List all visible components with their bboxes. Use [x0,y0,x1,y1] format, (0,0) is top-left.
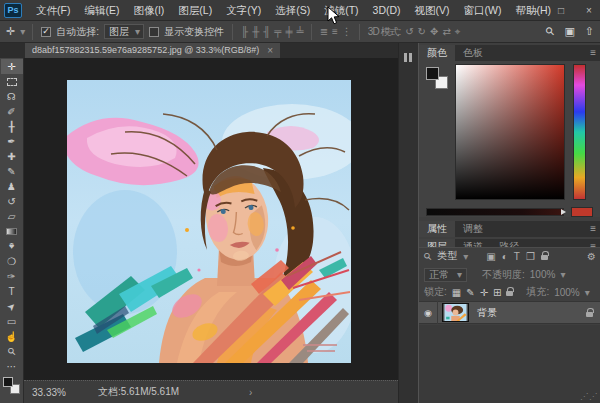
maximize-button[interactable]: □ [554,5,568,16]
saturation-brightness-field[interactable] [455,64,565,200]
3d-scale-icon[interactable]: ⌖ [455,26,460,38]
lock-all-icon[interactable] [506,291,513,296]
close-button[interactable]: × [582,5,596,16]
panel-color-swatches[interactable] [426,67,448,89]
align-left-edges-icon[interactable]: ╟ [241,26,247,37]
menu-file[interactable]: 文件(F) [29,0,77,21]
menu-bar: Ps 文件(F) 编辑(E) 图像(I) 图层(L) 文字(Y) 选择(S) 滤… [0,0,600,21]
panel-menu-icon[interactable]: ≡ [590,45,596,61]
menu-select[interactable]: 选择(S) [268,0,317,21]
align-bottom-edges-icon[interactable]: ╧ [297,26,303,37]
distribute-horizontal-icon[interactable]: ⋮ [342,26,351,37]
app-logo-icon[interactable]: Ps [4,3,22,18]
tool-more[interactable]: ⋯ [1,359,23,374]
status-options-chevron-icon[interactable]: › [249,387,252,398]
menu-image[interactable]: 图像(I) [126,0,171,21]
tool-rectangle[interactable]: ▭ [1,314,23,329]
canvas-area[interactable] [24,58,398,380]
tool-pen[interactable]: ✑ [1,269,23,284]
menu-window[interactable]: 窗口(W) [457,0,509,21]
panel-menu-icon[interactable]: ≡ [590,221,596,237]
filter-smart-objects-icon[interactable] [541,255,548,260]
align-right-edges-icon[interactable]: ╢ [263,26,269,37]
tool-brush[interactable]: ✎ [1,164,23,179]
filter-type-layers-icon[interactable]: T [514,251,520,262]
tool-quick-selection[interactable]: ✐ [1,104,23,119]
layer-name[interactable]: 背景 [477,306,497,320]
tool-lasso[interactable]: ☊ [1,89,23,104]
panel-foreground-swatch[interactable] [426,67,439,80]
tool-crop[interactable]: ╂ [1,119,23,134]
tool-healing-brush[interactable]: ✚ [1,149,23,164]
3d-rotate-icon[interactable]: ↺ [405,26,412,37]
tool-type[interactable]: T [1,284,23,299]
tool-clone-stamp[interactable]: ♟ [1,179,23,194]
tool-gradient[interactable] [1,224,23,239]
tab-adjustments[interactable]: 调整 [455,221,491,237]
auto-select-checkbox[interactable] [41,27,51,37]
healing-brush-icon: ✚ [7,151,15,162]
layer-visibility-eye-icon[interactable]: ◉ [419,301,438,324]
filter-toggle-gear-icon[interactable]: ⚙ [587,251,596,262]
minimize-button[interactable]: — [526,5,540,16]
workspace-switcher-icon[interactable]: ▣ [564,25,574,38]
share-icon[interactable]: ⇧ [585,25,594,38]
tool-eyedropper[interactable]: ✒ [1,134,23,149]
distribute-centers-icon[interactable]: ≡ [332,26,337,37]
tool-eraser[interactable]: ▱ [1,209,23,224]
tab-swatches[interactable]: 色板 [455,45,491,61]
zoom-level-field[interactable]: 33.33% [32,387,66,398]
collapsed-panel-icon[interactable] [404,53,412,62]
tool-move[interactable]: ✛ [1,59,23,74]
artwork-image[interactable] [67,80,351,363]
tool-dodge[interactable]: ❍ [1,254,23,269]
tab-color[interactable]: 颜色 [419,45,455,61]
layer-row-background[interactable]: ◉ 背景 [419,301,600,324]
lock-transparent-pixels-icon[interactable]: ▦ [452,287,461,298]
lock-position-icon[interactable]: ✛ [480,287,488,298]
filter-adjustment-layers-icon[interactable]: ◐ [502,251,508,262]
color-ramp[interactable] [426,208,564,216]
menu-view[interactable]: 视图(V) [408,0,457,21]
align-h-centers-icon[interactable]: ╫ [252,26,258,37]
tab-close-icon[interactable]: × [267,43,273,58]
tool-rectangular-marquee[interactable] [1,74,23,89]
tool-zoom[interactable]: ⚲ [1,344,23,359]
tab-properties[interactable]: 属性 [419,221,455,237]
lock-artboard-icon[interactable]: ⊞ [493,287,501,298]
document-tab[interactable]: d8abf157882315.59e76a9285752.jpg @ 33.3%… [25,43,280,58]
search-icon[interactable]: ⚲ [543,24,558,39]
hue-slider[interactable] [573,64,586,200]
blend-mode-dropdown[interactable]: 正常 ▾ [424,268,467,282]
filter-kind-dropdown[interactable]: 类型 [437,249,457,263]
panel-resize-grip[interactable]: ⋰⋰ [580,392,598,401]
foreground-color-swatch[interactable] [3,377,13,387]
menu-type[interactable]: 文字(Y) [219,0,268,21]
3d-drag-icon[interactable]: ✥ [430,26,437,37]
menu-filter[interactable]: 滤镜(T) [317,0,365,21]
menu-edit[interactable]: 编辑(E) [77,0,126,21]
show-transform-checkbox[interactable] [149,27,159,37]
tool-path-selection[interactable]: ➤ [1,299,23,314]
filter-shape-layers-icon[interactable]: ❐ [526,251,535,262]
opacity-value[interactable]: 100% [530,269,556,280]
3d-slide-icon[interactable]: ⇄ [442,26,449,37]
filter-pixel-layers-icon[interactable]: ▣ [486,251,495,262]
fill-value[interactable]: 100% [554,287,580,298]
lock-image-pixels-icon[interactable]: ✎ [466,287,474,298]
auto-select-target-dropdown[interactable]: 图层 ▾ [104,24,144,39]
tool-blur[interactable]: ♠ [1,239,23,254]
menu-layer[interactable]: 图层(L) [171,0,219,21]
layers-list-empty-area[interactable] [419,325,600,403]
tool-history-brush[interactable]: ↺ [1,194,23,209]
menu-3d[interactable]: 3D(D) [366,0,408,21]
align-top-edges-icon[interactable]: ╤ [274,26,280,37]
align-v-centers-icon[interactable]: ╪ [285,26,291,37]
distribute-vertical-icon[interactable]: ≣ [320,26,327,37]
3d-roll-icon[interactable]: ↻ [418,26,425,37]
ramp-marker-icon[interactable] [561,209,566,215]
tool-preset-chevron-icon[interactable]: ▾ [20,26,24,37]
tool-hand[interactable]: ☝ [1,329,23,344]
foreground-background-swatches[interactable] [3,377,20,394]
layer-thumbnail[interactable] [442,303,469,322]
